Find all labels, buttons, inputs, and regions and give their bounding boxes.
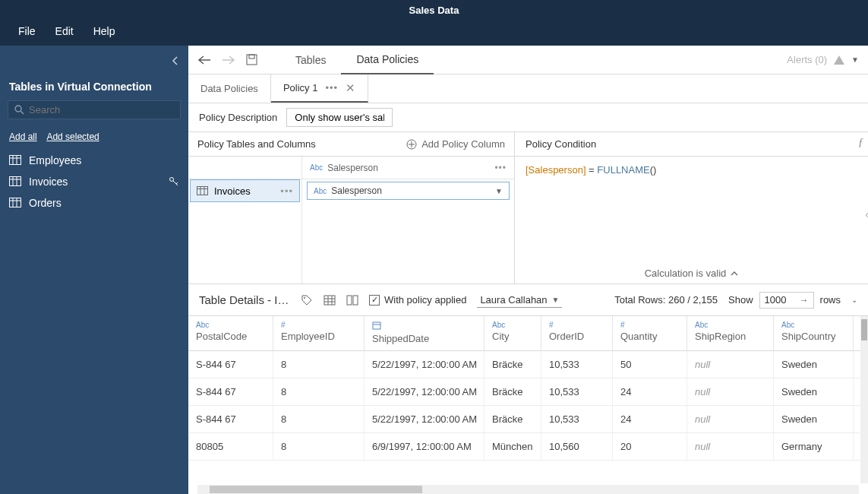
policy-table-row[interactable]: Invoices ••• — [190, 179, 300, 202]
tab-tables[interactable]: Tables — [280, 46, 341, 74]
row-count-input[interactable]: 1000 → — [759, 292, 814, 309]
sidebar-item-label: Orders — [29, 197, 62, 209]
column-header[interactable]: #Quantity — [613, 316, 687, 350]
menu-help[interactable]: Help — [93, 25, 115, 37]
table-row[interactable]: 8080586/9/1997, 12:00:00 AMMünchen10,560… — [188, 433, 868, 461]
table-cell: 10,533 — [541, 406, 613, 432]
column-header[interactable]: AbcCity — [485, 316, 541, 350]
add-selected-link[interactable]: Add selected — [46, 131, 99, 142]
svg-rect-6 — [10, 177, 21, 186]
table-cell: 5/22/1997, 12:00:00 AM — [365, 406, 485, 432]
policy-tab-close-icon[interactable]: ✕ — [346, 81, 355, 95]
arrow-right-icon: → — [800, 295, 809, 306]
abc-type-icon: Abc — [310, 163, 323, 172]
policy-tab-list[interactable]: Data Policies — [188, 74, 271, 103]
chevron-down-icon: ▼ — [552, 296, 560, 304]
svg-rect-17 — [247, 55, 257, 65]
policy-description-input[interactable] — [286, 108, 393, 127]
table-icon — [9, 198, 21, 208]
tag-icon[interactable] — [301, 294, 313, 306]
split-view-icon[interactable] — [346, 295, 358, 306]
table-icon — [197, 186, 208, 195]
table-cell: S-844 67 — [188, 351, 273, 378]
svg-line-1 — [21, 111, 24, 114]
alerts-label[interactable]: Alerts (0) — [787, 54, 827, 65]
table-details-title: Table Details - In... — [199, 293, 290, 306]
column-header[interactable]: AbcShipRegion — [687, 316, 774, 350]
column-header[interactable]: ShippedDate — [365, 316, 485, 350]
table-cell: 10,533 — [541, 351, 613, 378]
menu-file[interactable]: File — [18, 25, 36, 37]
table-cell: 10,533 — [541, 378, 613, 405]
add-policy-column-button[interactable]: Add Policy Column — [406, 138, 505, 150]
table-cell: 80805 — [188, 433, 273, 460]
collapse-handle-icon[interactable]: ‹ — [865, 208, 868, 220]
warning-icon — [833, 55, 845, 65]
table-row[interactable]: S-844 6785/22/1997, 12:00:00 AMBräcke10,… — [188, 378, 868, 406]
vertical-scrollbar[interactable] — [860, 316, 868, 483]
condition-function-token: FULLNAME — [597, 164, 649, 176]
policy-tab-active[interactable]: Policy 1 ••• ✕ — [271, 74, 368, 103]
horizontal-scrollbar[interactable] — [197, 485, 859, 494]
table-cell: 8 — [273, 433, 365, 460]
table-cell: 8 — [273, 378, 365, 405]
table-cell: 5/22/1997, 12:00:00 AM — [365, 351, 485, 378]
policy-table-name: Invoices — [214, 185, 251, 197]
search-box[interactable] — [8, 100, 181, 119]
column-header[interactable]: AbcPostalCode — [188, 316, 273, 350]
svg-rect-2 — [10, 156, 21, 165]
svg-point-10 — [170, 178, 174, 182]
table-cell: 24 — [613, 378, 687, 405]
calculation-valid-status[interactable]: Calculation is valid — [515, 263, 868, 283]
sidebar-collapse-button[interactable] — [172, 56, 179, 65]
save-icon[interactable] — [246, 54, 257, 65]
policy-column-select[interactable]: Abc Salesperson ▼ — [307, 182, 510, 200]
policy-description-label: Policy Description — [199, 112, 277, 123]
function-icon[interactable]: ƒ — [858, 137, 863, 149]
column-header[interactable]: AbcShipCountry — [774, 316, 854, 350]
rows-label: rows — [820, 294, 841, 306]
table-cell: 8 — [273, 351, 365, 378]
svg-rect-34 — [373, 322, 380, 329]
details-chevron-down-icon[interactable]: ⌄ — [851, 296, 857, 304]
add-all-link[interactable]: Add all — [9, 131, 37, 142]
sidebar-item-employees[interactable]: Employees — [0, 150, 188, 171]
with-policy-checkbox[interactable]: ✓ With policy applied — [369, 294, 466, 306]
table-cell: null — [687, 433, 774, 460]
column-more-icon[interactable]: ••• — [494, 163, 507, 173]
table-cell: Bräcke — [485, 406, 541, 432]
column-header[interactable]: #OrderID — [541, 316, 613, 350]
table-cell: München — [485, 433, 541, 460]
table-cell: null — [687, 378, 774, 405]
chevron-down-icon: ▼ — [495, 187, 503, 195]
menu-edit[interactable]: Edit — [55, 25, 74, 37]
table-cell: null — [687, 406, 774, 432]
policy-condition-header: Policy Condition — [526, 138, 596, 150]
tab-data-policies[interactable]: Data Policies — [341, 46, 434, 74]
policy-tab-more-icon[interactable]: ••• — [325, 82, 338, 93]
grid-view-icon[interactable] — [324, 295, 336, 306]
column-header[interactable]: #EmployeeID — [273, 316, 365, 350]
policy-condition-editor[interactable]: [Salesperson] = FULLNAME() — [515, 157, 868, 263]
table-cell: 6/9/1997, 12:00:00 AM — [365, 433, 485, 460]
table-icon — [9, 155, 21, 166]
back-arrow-icon[interactable] — [197, 55, 211, 65]
plus-circle-icon — [406, 139, 417, 150]
sidebar-item-invoices[interactable]: Invoices — [0, 171, 188, 192]
table-more-icon[interactable]: ••• — [280, 185, 293, 197]
table-cell: Bräcke — [485, 378, 541, 405]
alerts-dropdown-icon[interactable]: ▼ — [851, 55, 859, 64]
table-row[interactable]: S-844 6785/22/1997, 12:00:00 AMBräcke10,… — [188, 351, 868, 378]
policy-column-header: Salesperson — [327, 163, 378, 173]
chevron-up-icon — [731, 271, 738, 277]
sidebar-item-orders[interactable]: Orders — [0, 192, 188, 214]
search-input[interactable] — [29, 104, 174, 116]
user-dropdown[interactable]: Laura Callahan ▼ — [477, 293, 562, 308]
svg-line-12 — [176, 182, 178, 184]
forward-arrow-icon[interactable] — [222, 55, 235, 65]
table-cell: null — [687, 351, 774, 378]
table-cell: Bräcke — [485, 351, 541, 378]
table-row[interactable]: S-844 6785/22/1997, 12:00:00 AMBräcke10,… — [188, 406, 868, 433]
condition-field-token: [Salesperson] — [526, 164, 586, 176]
table-cell: 8 — [273, 406, 365, 432]
